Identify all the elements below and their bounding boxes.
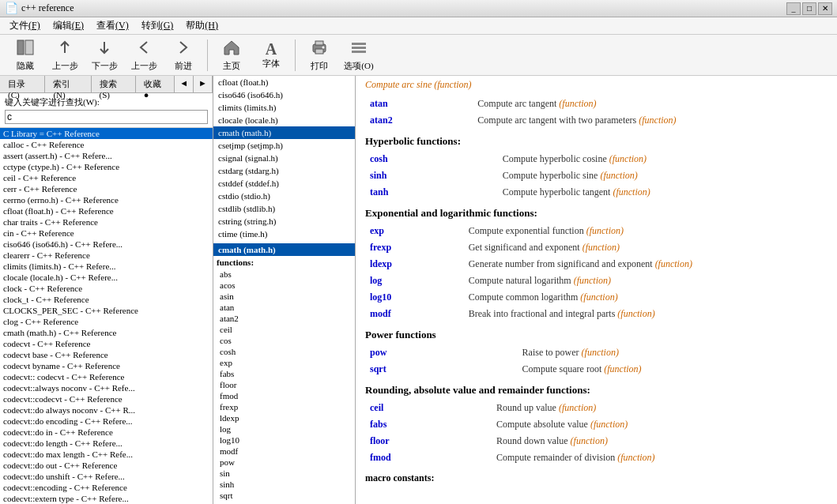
list-item[interactable]: codecvt::encoding - C++ Reference xyxy=(0,482,213,493)
tab-nav-left[interactable]: ◄ xyxy=(175,76,194,92)
list-item[interactable]: clearerr - C++ Reference xyxy=(0,250,213,261)
mid-fn-item[interactable]: frexp xyxy=(213,401,355,412)
list-item[interactable]: codecvt::do encoding - C++ Refere... xyxy=(0,416,213,427)
mid-fn-item[interactable]: sin xyxy=(213,468,355,479)
tree-item-clibrary[interactable]: C Library = C++ Reference xyxy=(0,128,213,139)
mid-fn-item[interactable]: atan xyxy=(213,302,355,313)
toolbar-hide[interactable]: 隐藏 xyxy=(6,37,44,73)
tab-favorites[interactable]: 收藏● xyxy=(136,76,175,92)
list-item[interactable]: climits (limits.h) - C++ Refere... xyxy=(0,261,213,272)
mid-fn-item[interactable]: atan2 xyxy=(213,313,355,324)
search-input[interactable] xyxy=(5,110,208,124)
func-link-log[interactable]: log xyxy=(370,275,382,286)
mid-item[interactable]: ctime (time.h) xyxy=(213,228,355,240)
mid-item[interactable]: climits (limits.h) xyxy=(213,101,355,114)
func-link-atan2[interactable]: atan2 xyxy=(370,115,393,126)
mid-fn-item[interactable]: floor xyxy=(213,379,355,390)
list-item[interactable]: codecvt - C++ Reference xyxy=(0,338,213,349)
func-link-modf[interactable]: modf xyxy=(370,308,391,319)
mid-item[interactable]: cstring (string.h) xyxy=(213,215,355,228)
func-link-fmod[interactable]: fmod xyxy=(370,452,391,463)
mid-fn-item[interactable]: cosh xyxy=(213,346,355,357)
list-item[interactable]: clock_t - C++ Reference xyxy=(0,294,213,305)
mid-fn-item[interactable]: tan xyxy=(213,501,355,504)
list-item[interactable]: ciso646 (iso646.h) - C++ Refere... xyxy=(0,239,213,250)
mid-fn-item[interactable]: fabs xyxy=(213,368,355,379)
mid-fn-item[interactable]: cos xyxy=(213,335,355,346)
list-item[interactable]: char traits - C++ Reference xyxy=(0,216,213,228)
list-item[interactable]: codecvt::do max length - C++ Refe... xyxy=(0,449,213,460)
toolbar-up[interactable]: 上一步 xyxy=(46,37,84,73)
menu-help[interactable]: 帮助(H) xyxy=(179,17,224,34)
mid-item[interactable]: cfloat (float.h) xyxy=(213,76,355,88)
tab-nav-right[interactable]: ► xyxy=(194,76,213,92)
list-item[interactable]: cmath (math.h) - C++ Reference xyxy=(0,327,213,338)
menu-view[interactable]: 查看(V) xyxy=(90,17,135,34)
mid-item-cmath[interactable]: cmath (math.h) xyxy=(213,126,355,139)
list-item[interactable]: clock - C++ Reference xyxy=(0,283,213,294)
func-link-cosh[interactable]: cosh xyxy=(370,153,388,164)
tab-search[interactable]: 搜索(S) xyxy=(92,76,136,92)
func-link-sinh[interactable]: sinh xyxy=(370,170,386,181)
list-item[interactable]: ceil - C++ Reference xyxy=(0,172,213,183)
mid-fn-item[interactable]: asin xyxy=(213,291,355,302)
mid-fn-item[interactable]: pow xyxy=(213,457,355,468)
mid-fn-item[interactable]: sinh xyxy=(213,479,355,490)
list-item[interactable]: cin - C++ Reference xyxy=(0,228,213,239)
mid-item[interactable]: cstdarg (stdarg.h) xyxy=(213,164,355,177)
menu-edit[interactable]: 编辑(E) xyxy=(47,17,90,34)
func-link-ldexp[interactable]: ldexp xyxy=(370,258,392,269)
minimize-button[interactable]: _ xyxy=(786,2,801,15)
mid-fn-item[interactable]: log10 xyxy=(213,434,355,446)
toolbar-back[interactable]: 上一步 xyxy=(125,37,163,73)
func-link-tanh[interactable]: tanh xyxy=(370,186,388,197)
toolbar-font[interactable]: A 字体 xyxy=(252,37,290,73)
toolbar-down[interactable]: 下一步 xyxy=(85,37,123,73)
mid-fn-item[interactable]: exp xyxy=(213,357,355,368)
func-link-log10[interactable]: log10 xyxy=(370,291,391,303)
func-link-exp[interactable]: exp xyxy=(370,225,384,236)
mid-fn-item[interactable]: acos xyxy=(213,280,355,291)
list-item[interactable]: codecvt:: codecvt - C++ Reference xyxy=(0,371,213,382)
mid-fn-item[interactable]: log xyxy=(213,423,355,434)
list-item[interactable]: codecvt byname - C++ Reference xyxy=(0,360,213,371)
func-link-pow[interactable]: pow xyxy=(370,347,386,358)
list-item[interactable]: CLOCKS_PER_SEC - C++ Reference xyxy=(0,305,213,316)
toolbar-options[interactable]: 选项(O) xyxy=(340,37,378,73)
list-item[interactable]: clog - C++ Reference xyxy=(0,316,213,327)
mid-fn-item[interactable]: fmod xyxy=(213,390,355,401)
func-link-ceil[interactable]: ceil xyxy=(370,402,383,413)
list-item[interactable]: cerrno (errno.h) - C++ Reference xyxy=(0,194,213,205)
list-item[interactable]: clocale (locale.h) - C++ Refere... xyxy=(0,272,213,283)
mid-item[interactable]: csignal (signal.h) xyxy=(213,152,355,164)
mid-fn-item[interactable]: ldexp xyxy=(213,412,355,423)
list-item[interactable]: cctype (ctype.h) - C++ Reference xyxy=(0,161,213,172)
list-item[interactable]: codecvt::do out - C++ Reference xyxy=(0,460,213,471)
mid-fn-item[interactable]: ceil xyxy=(213,324,355,335)
list-item[interactable]: codecvt::extern type - C++ Refere... xyxy=(0,493,213,504)
mid-fn-item[interactable]: sqrt xyxy=(213,490,355,501)
func-link-fabs[interactable]: fabs xyxy=(370,419,386,430)
mid-item[interactable]: csetjmp (setjmp.h) xyxy=(213,139,355,152)
maximize-button[interactable]: □ xyxy=(802,2,816,15)
list-item[interactable]: codecvt::always noconv - C++ Refe... xyxy=(0,382,213,393)
list-item[interactable]: codecvt::do always noconv - C++ R... xyxy=(0,404,213,416)
list-item[interactable]: codecvt::do length - C++ Refere... xyxy=(0,438,213,449)
mid-item[interactable]: cstddef (stddef.h) xyxy=(213,177,355,190)
mid-fn-item[interactable]: abs xyxy=(213,269,355,280)
list-item[interactable]: codecvt::do in - C++ Reference xyxy=(0,427,213,438)
list-item[interactable]: codecvt base - C++ Reference xyxy=(0,349,213,360)
close-button[interactable]: ✕ xyxy=(818,2,832,15)
func-link-frexp[interactable]: frexp xyxy=(370,242,391,253)
mid-item[interactable]: ciso646 (iso646.h) xyxy=(213,88,355,101)
func-link-floor[interactable]: floor xyxy=(370,435,390,446)
list-item[interactable]: calloc - C++ Reference xyxy=(0,139,213,150)
tab-contents[interactable]: 目录(C) xyxy=(0,76,45,92)
tab-index[interactable]: 索引(N) xyxy=(45,76,91,92)
toolbar-forward[interactable]: 前进 xyxy=(164,37,202,73)
mid-item[interactable]: cstdio (stdio.h) xyxy=(213,190,355,202)
menu-file[interactable]: 文件(F) xyxy=(3,17,47,34)
menu-go[interactable]: 转到(G) xyxy=(135,17,180,34)
toolbar-home[interactable]: 主页 xyxy=(213,37,251,73)
list-item[interactable]: cfloat (float.h) - C++ Reference xyxy=(0,205,213,216)
